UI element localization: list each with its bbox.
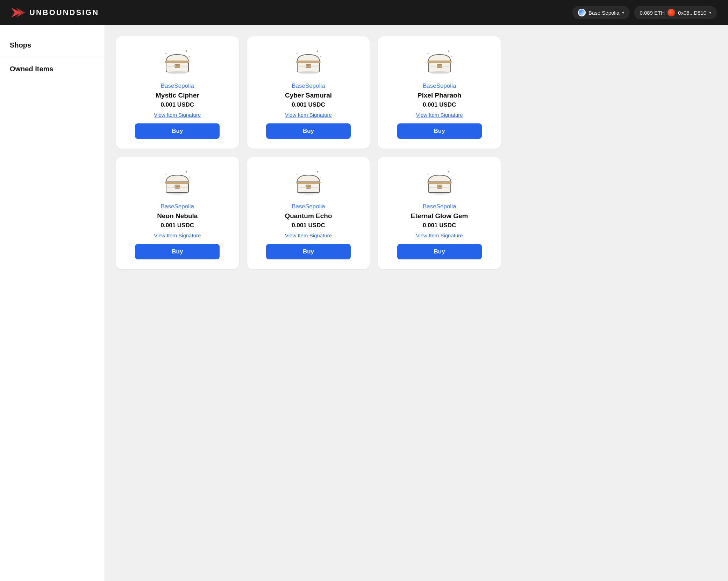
item-card: ✦ ✦ ✦ ✦ ✦ BaseSepolia Mystic Cipher 0.00…: [116, 36, 239, 149]
main-content: ✦ ✦ ✦ ✦ ✦ BaseSepolia Mystic Cipher 0.00…: [105, 25, 728, 581]
logo-area: UNBOUNDSIGN: [11, 8, 99, 17]
item-name: Cyber Samurai: [285, 92, 332, 99]
svg-rect-30: [428, 61, 451, 63]
network-icon: [578, 9, 586, 16]
item-network: BaseSepolia: [423, 83, 456, 89]
svg-rect-19: [297, 61, 320, 63]
item-price: 0.001 USDC: [161, 101, 194, 108]
svg-text:✦: ✦: [296, 173, 298, 176]
view-signature-button[interactable]: View Item Signature: [154, 232, 201, 238]
buy-button[interactable]: Buy: [135, 123, 220, 139]
wallet-selector[interactable]: 0.089 ETH 0x08...D810 ▾: [634, 6, 717, 19]
svg-rect-63: [428, 181, 451, 184]
svg-point-56: [299, 192, 318, 195]
svg-text:✦: ✦: [188, 55, 191, 58]
item-name: Pixel Pharaoh: [417, 92, 462, 99]
svg-point-67: [430, 192, 449, 195]
svg-point-23: [299, 71, 318, 74]
sidebar: Shops Owned Items: [0, 25, 105, 581]
svg-text:✦: ✦: [185, 170, 188, 174]
view-signature-button[interactable]: View Item Signature: [154, 112, 201, 118]
item-price: 0.001 USDC: [161, 222, 194, 229]
view-signature-button[interactable]: View Item Signature: [416, 232, 463, 238]
svg-text:✦: ✦: [165, 52, 167, 55]
item-price: 0.001 USDC: [423, 222, 456, 229]
svg-rect-41: [165, 181, 189, 184]
wallet-avatar-icon: [668, 9, 675, 16]
buy-button[interactable]: Buy: [397, 244, 482, 259]
wallet-chevron-icon: ▾: [709, 10, 711, 15]
svg-text:✦: ✦: [427, 173, 429, 176]
item-network: BaseSepolia: [423, 203, 456, 210]
svg-marker-0: [11, 8, 21, 17]
svg-text:✦: ✦: [316, 170, 319, 174]
item-price: 0.001 USDC: [292, 101, 325, 108]
item-card: ✦ ✦ ✦ ✦ ✦ BaseSepolia Cyber Samurai 0.00…: [247, 36, 370, 149]
svg-text:✦: ✦: [320, 176, 322, 178]
network-selector[interactable]: Base Sepolia ▾: [572, 6, 630, 19]
svg-text:✦: ✦: [320, 55, 322, 58]
svg-point-34: [430, 71, 449, 74]
item-illustration-icon: ✦ ✦ ✦ ✦ ✦: [160, 168, 195, 196]
svg-text:✦: ✦: [447, 49, 450, 53]
svg-rect-8: [165, 61, 189, 63]
header-controls: Base Sepolia ▾ 0.089 ETH 0x08...D810 ▾: [572, 6, 717, 19]
svg-point-12: [167, 71, 187, 74]
svg-text:✦: ✦: [316, 49, 319, 53]
item-illustration-icon: ✦ ✦ ✦ ✦ ✦: [160, 48, 195, 76]
item-card: ✦ ✦ ✦ ✦ ✦ BaseSepolia Eternal Glow Gem 0…: [378, 157, 501, 269]
buy-button[interactable]: Buy: [135, 244, 220, 259]
buy-button[interactable]: Buy: [397, 123, 482, 139]
svg-text:✦: ✦: [165, 173, 167, 176]
svg-text:✦: ✦: [188, 176, 191, 178]
svg-rect-52: [297, 181, 320, 184]
item-illustration-icon: ✦ ✦ ✦ ✦ ✦: [422, 168, 457, 196]
network-label: Base Sepolia: [588, 10, 619, 16]
buy-button[interactable]: Buy: [266, 244, 351, 259]
items-grid: ✦ ✦ ✦ ✦ ✦ BaseSepolia Mystic Cipher 0.00…: [116, 36, 501, 269]
item-price: 0.001 USDC: [292, 222, 325, 229]
item-name: Neon Nebula: [157, 212, 198, 220]
view-signature-button[interactable]: View Item Signature: [285, 232, 332, 238]
svg-text:✦: ✦: [451, 55, 453, 58]
network-chevron-icon: ▾: [622, 10, 624, 15]
sidebar-item-shops[interactable]: Shops: [0, 34, 105, 57]
item-name: Mystic Cipher: [156, 92, 199, 99]
item-price: 0.001 USDC: [423, 101, 456, 108]
wallet-balance: 0.089 ETH: [640, 10, 665, 16]
item-card: ✦ ✦ ✦ ✦ ✦ BaseSepolia Pixel Pharaoh 0.00…: [378, 36, 501, 149]
item-name: Quantum Echo: [285, 212, 332, 220]
item-name: Eternal Glow Gem: [411, 212, 468, 220]
item-illustration-icon: ✦ ✦ ✦ ✦ ✦: [291, 168, 326, 196]
svg-text:✦: ✦: [451, 176, 453, 178]
app-name: UNBOUNDSIGN: [29, 8, 99, 17]
svg-point-45: [167, 192, 187, 195]
item-network: BaseSepolia: [292, 203, 325, 210]
svg-text:✦: ✦: [296, 52, 298, 55]
item-illustration-icon: ✦ ✦ ✦ ✦ ✦: [422, 48, 457, 76]
view-signature-button[interactable]: View Item Signature: [416, 112, 463, 118]
app-header: UNBOUNDSIGN Base Sepolia ▾ 0.089 ETH 0x0…: [0, 0, 728, 25]
item-card: ✦ ✦ ✦ ✦ ✦ BaseSepolia Quantum Echo 0.001…: [247, 157, 370, 269]
item-illustration-icon: ✦ ✦ ✦ ✦ ✦: [291, 48, 326, 76]
app-layout: Shops Owned Items ✦ ✦ ✦ ✦ ✦ BaseSepoli: [0, 0, 728, 581]
wallet-address: 0x08...D810: [678, 10, 706, 16]
item-card: ✦ ✦ ✦ ✦ ✦ BaseSepolia Neon Nebula 0.001 …: [116, 157, 239, 269]
buy-button[interactable]: Buy: [266, 123, 351, 139]
item-network: BaseSepolia: [161, 83, 194, 89]
logo-arrow-icon: [11, 8, 25, 17]
svg-text:✦: ✦: [427, 52, 429, 55]
sidebar-item-owned-items[interactable]: Owned Items: [0, 57, 105, 81]
view-signature-button[interactable]: View Item Signature: [285, 112, 332, 118]
item-network: BaseSepolia: [161, 203, 194, 210]
svg-text:✦: ✦: [447, 170, 450, 174]
svg-text:✦: ✦: [185, 49, 188, 53]
item-network: BaseSepolia: [292, 83, 325, 89]
